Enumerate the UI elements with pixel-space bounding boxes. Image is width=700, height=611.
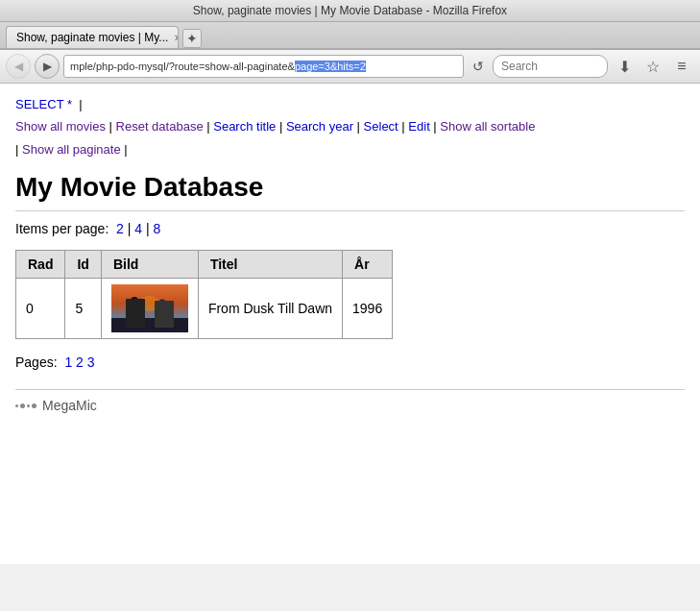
movie-thumbnail	[111, 284, 188, 332]
dot-4	[32, 403, 36, 408]
download-icon[interactable]: ⬇	[612, 54, 637, 79]
svg-rect-2	[131, 302, 138, 321]
browser-titlebar: Show, paginate movies | My Movie Databas…	[0, 0, 700, 22]
col-id: Id	[65, 251, 101, 279]
page-content: SELECT * | Show all movies | Reset datab…	[0, 84, 700, 564]
footer-brand: MegaMic	[15, 398, 685, 413]
tab-label: Show, paginate movies | My...	[16, 31, 168, 44]
svg-rect-4	[159, 304, 166, 321]
page-title: My Movie Database	[15, 172, 685, 211]
active-tab[interactable]: Show, paginate movies | My... ✕	[6, 26, 179, 48]
tab-bar: Show, paginate movies | My... ✕ ✦	[0, 22, 700, 50]
nav-edit[interactable]: Edit	[408, 119, 429, 134]
browser-toolbar: ◀ ▶ mple/php-pdo-mysql/?route=show-all-p…	[0, 50, 700, 84]
items-per-page-2[interactable]: 2	[116, 221, 124, 236]
brand-name: MegaMic	[42, 398, 97, 413]
items-per-page-label: Items per page:	[15, 221, 109, 236]
cell-bild	[101, 279, 198, 339]
nav-show-all-movies[interactable]: Show all movies	[15, 119, 106, 134]
nav-select[interactable]: Select	[364, 119, 398, 134]
page-link-3[interactable]: 3	[87, 354, 95, 370]
svg-rect-1	[111, 318, 188, 332]
cell-year: 1996	[343, 279, 393, 339]
page-link-2[interactable]: 2	[76, 354, 84, 370]
svg-point-5	[158, 300, 165, 306]
back-button[interactable]: ◀	[6, 54, 31, 79]
svg-point-3	[131, 297, 138, 305]
dot-2	[20, 403, 25, 408]
nav-links: SELECT * | Show all movies | Reset datab…	[15, 93, 685, 160]
forward-button[interactable]: ▶	[35, 54, 60, 79]
url-bar[interactable]: mple/php-pdo-mysql/?route=show-all-pagin…	[63, 55, 464, 78]
footer-divider	[15, 389, 685, 390]
nav-search-title[interactable]: Search title	[213, 119, 276, 134]
table-row: 0 5	[16, 279, 393, 339]
tab-close-button[interactable]: ✕	[174, 33, 179, 43]
cell-id: 5	[65, 279, 101, 339]
megamic-logo	[15, 403, 36, 408]
pages-nav: Pages: 1 2 3	[15, 354, 685, 370]
nav-search-year[interactable]: Search year	[286, 119, 353, 134]
dot-3	[27, 404, 30, 407]
menu-icon[interactable]: ≡	[669, 54, 694, 79]
items-per-page-8[interactable]: 8	[154, 221, 161, 236]
nav-select-star[interactable]: SELECT *	[15, 97, 72, 111]
pages-label: Pages:	[15, 354, 58, 370]
col-bild: Bild	[101, 251, 198, 279]
url-highlight: page=3&hits=2	[295, 61, 366, 72]
movie-table: Rad Id Bild Titel År 0 5	[15, 250, 393, 339]
page-link-1[interactable]: 1	[64, 354, 72, 370]
bookmark-icon[interactable]: ☆	[640, 54, 665, 79]
nav-show-all-sortable[interactable]: Show all sortable	[440, 119, 535, 134]
col-year: År	[343, 251, 393, 279]
svg-point-6	[140, 296, 159, 311]
nav-show-all-paginate[interactable]: Show all paginate	[22, 142, 121, 157]
url-prefix: mple/php-pdo-mysql/?route=show-all-pagin…	[70, 61, 295, 72]
cell-rad: 0	[16, 279, 65, 339]
new-tab-button[interactable]: ✦	[182, 29, 202, 48]
dot-1	[15, 404, 18, 407]
refresh-button[interactable]: ↺	[468, 56, 489, 77]
cell-titel: From Dusk Till Dawn	[198, 279, 342, 339]
items-per-page-4[interactable]: 4	[134, 221, 142, 236]
browser-title: Show, paginate movies | My Movie Databas…	[193, 4, 507, 17]
nav-reset-database[interactable]: Reset database	[116, 119, 204, 134]
items-per-page: Items per page: 2 | 4 | 8	[15, 221, 685, 236]
browser-search-input[interactable]	[493, 55, 608, 78]
col-titel: Titel	[198, 251, 342, 279]
col-rad: Rad	[16, 251, 65, 279]
